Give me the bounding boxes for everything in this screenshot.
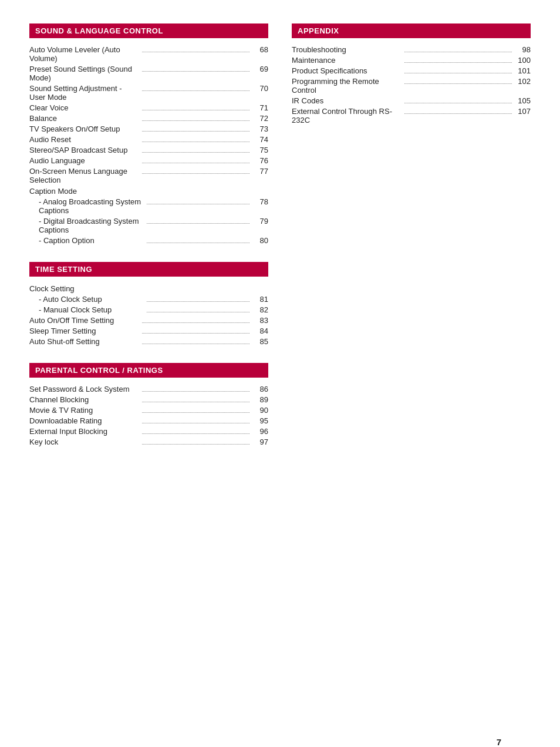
toc-page: 74: [252, 135, 268, 144]
toc-item: Maintenance100: [292, 55, 531, 65]
toc-page: 101: [514, 66, 531, 75]
toc-label: Balance: [29, 114, 140, 123]
toc-dots: [404, 62, 512, 63]
toc-dots: [404, 73, 512, 73]
toc-item: Preset Sound Settings (Sound Mode)69: [29, 63, 268, 83]
section-parental-control: PARENTAL CONTROL / RATINGSSet Password &…: [29, 363, 268, 447]
toc-group-label: Caption Mode: [29, 185, 268, 196]
toc-page: 78: [252, 197, 268, 206]
toc-item: Stereo/SAP Broadcast Setup75: [29, 144, 268, 155]
toc-dots: [142, 152, 250, 153]
toc-label: - Auto Clock Setup: [29, 295, 144, 304]
toc-page: 100: [514, 56, 531, 65]
toc-dots: [142, 423, 250, 423]
toc-label: IR Codes: [292, 96, 402, 105]
toc-label: Auto Volume Leveler (Auto Volume): [29, 45, 140, 63]
toc-item: External Control Through RS-232C107: [292, 106, 531, 125]
toc-item: Clear Voice71: [29, 102, 268, 113]
toc-dots: [142, 71, 250, 72]
toc-label: Set Password & Lock System: [29, 385, 140, 393]
toc-dots: [142, 433, 250, 434]
toc-page: 72: [252, 114, 268, 123]
toc-page: 68: [252, 45, 268, 54]
toc-dots: [404, 103, 512, 103]
toc-item: IR Codes105: [292, 95, 531, 106]
toc-page: 80: [252, 236, 268, 245]
toc-dots: [404, 113, 512, 114]
toc-item: On-Screen Menus Language Selection77: [29, 166, 268, 185]
section-sound-language: SOUND & LANGUAGE CONTROLAuto Volume Leve…: [29, 23, 268, 245]
toc-label: Movie & TV Rating: [29, 406, 140, 415]
toc-dots: [142, 444, 250, 445]
right-column: APPENDIXTroubleshooting98Maintenance100P…: [292, 23, 531, 463]
toc-page: 84: [252, 327, 268, 335]
toc-page: 70: [252, 84, 268, 93]
toc-page: 76: [252, 156, 268, 165]
section-appendix: APPENDIXTroubleshooting98Maintenance100P…: [292, 23, 531, 125]
toc-item: Auto Shut-off Setting85: [29, 336, 268, 346]
toc-dots: [142, 52, 250, 52]
toc-item: Movie & TV Rating90: [29, 405, 268, 415]
toc-label: On-Screen Menus Language Selection: [29, 167, 140, 184]
toc-label: External Input Blocking: [29, 427, 140, 436]
toc-label: Product Specifications: [292, 66, 402, 75]
toc-label: Audio Language: [29, 156, 140, 165]
toc-item: - Auto Clock Setup81: [29, 294, 268, 304]
toc-dots: [142, 412, 250, 413]
toc-label: Maintenance: [292, 56, 402, 65]
toc-page: 71: [252, 103, 268, 112]
toc-label: Programming the Remote Control: [292, 77, 402, 95]
toc-item: Audio Language76: [29, 155, 268, 166]
toc-dots: [147, 312, 250, 312]
page-layout: SOUND & LANGUAGE CONTROLAuto Volume Leve…: [29, 23, 531, 463]
toc-page: 89: [252, 395, 268, 404]
toc-dots: [147, 204, 250, 204]
toc-dots: [142, 391, 250, 392]
toc-item: Auto On/Off Time Setting83: [29, 315, 268, 325]
toc-item: TV Speakers On/Off Setup73: [29, 123, 268, 134]
toc-page: 102: [514, 77, 531, 86]
toc-dots: [142, 131, 250, 132]
page-wrapper: SOUND & LANGUAGE CONTROLAuto Volume Leve…: [29, 23, 531, 747]
toc-item: Key lock97: [29, 436, 268, 447]
toc-label: - Manual Clock Setup: [29, 305, 144, 314]
toc-item: Sound Setting Adjustment - User Mode70: [29, 83, 268, 102]
section-header-parental-control: PARENTAL CONTROL / RATINGS: [29, 363, 268, 378]
toc-page: 85: [252, 337, 268, 346]
toc-page: 69: [252, 65, 268, 73]
toc-page: 77: [252, 167, 268, 176]
toc-page: 86: [252, 385, 268, 393]
toc-dots: [404, 83, 512, 84]
toc-page: 107: [514, 107, 531, 116]
toc-label: Stereo/SAP Broadcast Setup: [29, 146, 140, 154]
toc-item: External Input Blocking96: [29, 426, 268, 436]
toc-label: - Digital Broadcasting System Captions: [29, 217, 144, 234]
toc-dots: [142, 402, 250, 402]
toc-page: 98: [514, 45, 531, 54]
left-column: SOUND & LANGUAGE CONTROLAuto Volume Leve…: [29, 23, 268, 463]
toc-item: Programming the Remote Control102: [292, 76, 531, 95]
toc-label: - Analog Broadcasting System Captions: [29, 197, 144, 215]
toc-item: Channel Blocking89: [29, 394, 268, 405]
toc-label: Sound Setting Adjustment - User Mode: [29, 84, 140, 102]
toc-dots: [142, 173, 250, 174]
toc-item: - Analog Broadcasting System Captions78: [29, 196, 268, 216]
toc-dots: [142, 142, 250, 142]
toc-page: 75: [252, 146, 268, 154]
toc-label: Audio Reset: [29, 135, 140, 144]
toc-dots: [142, 322, 250, 323]
toc-dots: [147, 301, 250, 302]
toc-label: Clear Voice: [29, 103, 140, 112]
toc-label: External Control Through RS-232C: [292, 107, 402, 124]
toc-page: 83: [252, 316, 268, 325]
toc-label: Channel Blocking: [29, 395, 140, 404]
toc-dots: [142, 163, 250, 163]
toc-item: Audio Reset74: [29, 134, 268, 144]
toc-label: Auto On/Off Time Setting: [29, 316, 140, 325]
toc-page: 81: [252, 295, 268, 304]
toc-page: 73: [252, 124, 268, 133]
toc-dots: [142, 333, 250, 334]
toc-label: - Caption Option: [29, 236, 144, 245]
toc-dots: [142, 110, 250, 110]
toc-item: Set Password & Lock System86: [29, 383, 268, 394]
